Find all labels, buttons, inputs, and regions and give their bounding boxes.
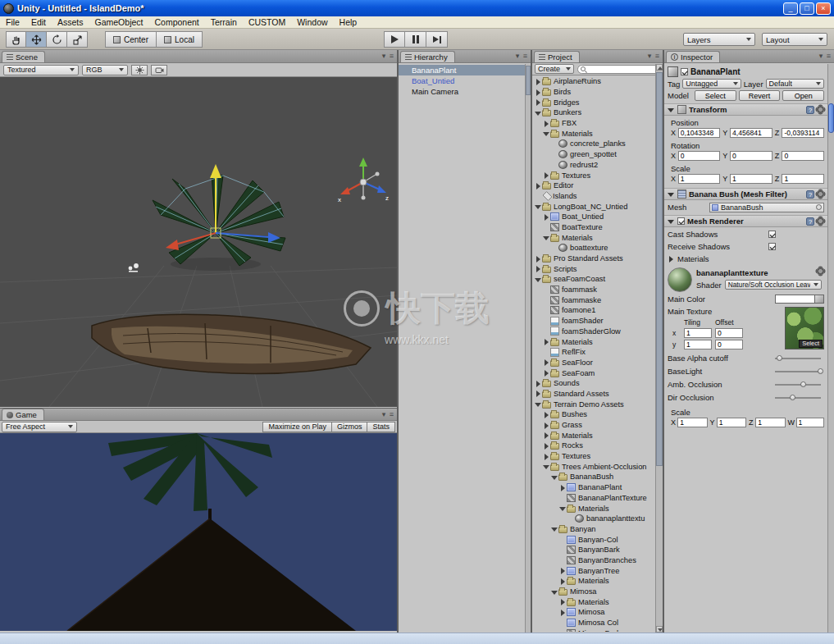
foldout-arrow-icon[interactable] [551,151,558,158]
foldout-arrow-icon[interactable] [543,213,550,221]
menu-item[interactable]: Assets [52,16,89,29]
foldout-arrow-icon[interactable] [559,629,567,632]
project-tree-item[interactable]: concrete_planks [532,139,655,149]
project-tree-item[interactable]: BoatTexture [532,222,655,233]
project-tree-item[interactable]: Textures [532,170,655,180]
object-picker-icon[interactable] [816,204,822,210]
project-tree-item[interactable]: Banyan-Col [532,534,655,545]
help-icon[interactable]: ? [806,190,814,199]
foldout-arrow-icon[interactable] [535,400,542,408]
menu-item[interactable]: Window [291,16,333,29]
foldout-arrow-icon[interactable] [559,484,567,491]
slider[interactable] [775,384,821,386]
foldout-arrow-icon[interactable] [543,130,550,137]
project-scrollbar[interactable] [655,64,663,633]
project-tree-item[interactable]: BanyanBranches [532,555,655,566]
foldout-arrow-icon[interactable] [543,349,550,356]
help-icon[interactable]: ? [806,217,814,226]
foldout-arrow-icon[interactable] [535,192,542,199]
foldout-arrow-icon[interactable] [668,106,675,113]
project-tree-item[interactable]: Sounds [532,378,655,389]
position-x-field[interactable] [678,128,721,138]
foldout-arrow-icon[interactable] [668,217,675,225]
menu-item[interactable]: Component [148,16,204,29]
foldout-arrow-icon[interactable] [543,422,550,429]
project-tree-item[interactable]: BananaPlant [532,482,655,493]
scene-fx-toggle[interactable] [151,65,167,75]
rotation-x-field[interactable] [678,151,721,161]
project-tree-item[interactable]: FBX [532,118,655,129]
project-tree-item[interactable]: ReflFix [532,347,655,358]
foldout-arrow-icon[interactable] [535,265,542,272]
foldout-arrow-icon[interactable] [543,171,550,179]
project-tree-item[interactable]: Trees Ambient-Occlusion [532,461,655,472]
pause-button[interactable] [405,31,426,48]
foldout-arrow-icon[interactable] [559,598,567,605]
project-tree-item[interactable]: Mimosa [532,607,655,618]
scroll-up-arrow[interactable] [656,64,663,71]
project-tree-item[interactable]: LongBoat_NC_Untied [532,201,655,212]
foldout-arrow-icon[interactable] [535,109,542,116]
foldout-arrow-icon[interactable] [567,515,575,523]
mat-scale-x-field[interactable] [677,418,707,427]
hierarchy-item[interactable]: BananaPlant [399,65,531,75]
project-tree-item[interactable]: foamShader [532,316,655,327]
position-z-field[interactable] [782,128,824,138]
model-open-button[interactable]: Open [782,90,824,101]
step-button[interactable] [426,31,448,48]
project-tree-item[interactable]: green_spottet [532,149,655,160]
slider-handle[interactable] [800,381,806,387]
foldout-arrow-icon[interactable] [543,223,550,231]
receive-shadows-checkbox[interactable] [768,243,776,250]
gear-icon[interactable] [817,217,824,225]
panel-options-icon[interactable]: ▾ ≡ [648,52,660,60]
hierarchy-item[interactable]: Boat_Untied [399,75,531,86]
position-y-field[interactable] [730,128,772,138]
foldout-arrow-icon[interactable] [559,578,567,585]
foldout-arrow-icon[interactable] [551,588,558,596]
stats-toggle[interactable]: Stats [367,422,395,432]
foldout-arrow-icon[interactable] [551,525,558,532]
project-tree-item[interactable]: Standard Assets [532,389,655,400]
project-tree-item[interactable]: Mimosa Col [532,618,655,628]
foldout-arrow-icon[interactable] [559,567,567,574]
foldout-arrow-icon[interactable] [543,327,550,335]
project-tree-item[interactable]: Bushes [532,409,655,420]
project-tree-item[interactable]: Banyan [532,524,655,535]
project-tree-item[interactable]: Materials [532,232,655,243]
cast-shadows-checkbox[interactable] [768,231,776,238]
render-mode-dropdown[interactable]: RGB [82,65,128,75]
scale-y-field[interactable] [730,174,772,184]
hierarchy-scrollbar[interactable] [525,64,531,633]
project-tree-item[interactable]: Textures [532,451,655,462]
foldout-arrow-icon[interactable] [543,411,550,418]
menu-item[interactable]: File [0,16,25,29]
project-tree-item[interactable]: Scripts [532,263,655,274]
project-tree-item[interactable]: BanyanBark [532,545,655,555]
foldout-arrow-icon[interactable] [543,286,550,294]
move-tool-button[interactable] [26,31,47,48]
project-tree-item[interactable]: Bridges [532,97,655,107]
project-tree-item[interactable]: foamShaderGlow [532,327,655,337]
shader-dropdown[interactable]: Nature/Soft Occlusion Leaves [725,280,822,290]
foldout-arrow-icon[interactable] [551,140,558,148]
minimize-button[interactable]: _ [783,2,798,15]
project-tree-item[interactable]: BanyanTree [532,565,655,576]
panel-options-icon[interactable]: ▾ ≡ [819,52,832,60]
model-revert-button[interactable]: Revert [739,90,781,101]
close-button[interactable]: × [816,2,831,15]
pan-tool-button[interactable] [6,31,26,48]
help-icon[interactable]: ? [806,106,814,114]
project-tree-item[interactable]: seaFoamCoast [532,274,655,285]
material-preview-sphere[interactable] [668,267,692,292]
foldout-arrow-icon[interactable] [543,296,550,304]
foldout-arrow-icon[interactable] [535,78,542,85]
gear-icon[interactable] [817,267,824,275]
model-select-button[interactable]: Select [695,90,736,101]
foldout-arrow-icon[interactable] [543,359,550,366]
project-tree-item[interactable]: MimosaBark [532,628,655,632]
scale-tool-button[interactable] [67,31,88,48]
renderer-enabled-checkbox[interactable] [677,217,685,225]
active-checkbox[interactable] [681,68,688,75]
texture-select-button[interactable]: Select [799,340,823,348]
